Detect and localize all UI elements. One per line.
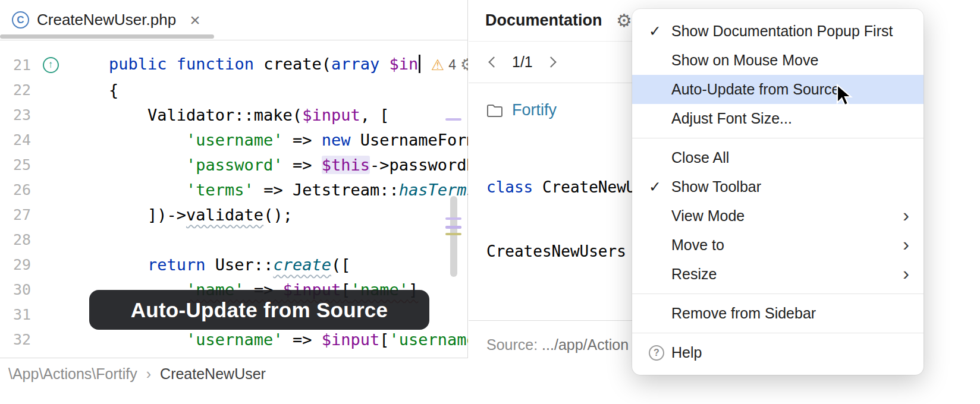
code-line[interactable]: 24 'username' => new UsernameFormat xyxy=(0,127,468,152)
tab-close-icon[interactable]: × xyxy=(190,11,200,29)
analysis-stripe-mark xyxy=(445,217,461,220)
submenu-arrow-icon: › xyxy=(903,264,909,285)
analysis-stripe-mark xyxy=(445,226,461,229)
source-path: .../app/Action xyxy=(538,336,629,353)
line-number[interactable]: 21 xyxy=(0,56,31,74)
documentation-panel: Documentation ⚙ 1/1 Fortify class Create… xyxy=(469,0,633,404)
menu-separator xyxy=(632,138,924,138)
editor-tab-bar: C CreateNewUser.php × xyxy=(0,0,467,40)
code-text: { xyxy=(70,81,118,99)
menu-item-close-all[interactable]: Close All xyxy=(632,143,924,172)
menu-item-label: Show on Mouse Move xyxy=(671,52,909,69)
code-line[interactable]: 32 'username' => $input['username'] xyxy=(0,327,468,352)
line-number[interactable]: 27 xyxy=(0,206,31,223)
menu-item-label: View Mode xyxy=(671,207,903,225)
line-number[interactable]: 29 xyxy=(0,256,31,273)
breadcrumb-current[interactable]: CreateNewUser xyxy=(160,365,266,383)
source-label: Source: xyxy=(486,336,538,353)
line-number[interactable]: 31 xyxy=(0,306,31,323)
line-number[interactable]: 26 xyxy=(0,181,31,198)
editor-scrollbar-thumb[interactable] xyxy=(450,196,457,277)
analysis-stripe-mark xyxy=(445,233,461,235)
line-number[interactable]: 30 xyxy=(0,281,31,298)
line-number[interactable]: 24 xyxy=(0,131,31,149)
code-line[interactable]: 26 'terms' => Jetstream::hasTermsAn xyxy=(0,177,468,202)
menu-item-label: Resize xyxy=(671,266,903,283)
breadcrumb-separator-icon: › xyxy=(146,365,151,383)
override-gutter-icon[interactable]: ↑ xyxy=(31,57,70,73)
documentation-gear-icon[interactable]: ⚙ xyxy=(616,10,632,31)
code-line[interactable]: 23 Validator::make($input, [ xyxy=(0,102,468,127)
prev-page-icon[interactable] xyxy=(488,56,499,67)
code-line[interactable]: 25 'password' => $this->passwordRul xyxy=(0,152,468,177)
folder-icon xyxy=(486,103,503,118)
documentation-toolbar: 1/1 xyxy=(469,42,633,83)
code-line[interactable]: 22 { xyxy=(0,77,468,102)
next-page-icon[interactable] xyxy=(545,56,556,67)
breadcrumb: \App\Actions\Fortify › CreateNewUser xyxy=(0,358,468,404)
menu-item-label: Move to xyxy=(671,236,903,254)
code-line[interactable]: 21↑ public function create(array $in⚠4⚙; xyxy=(0,52,468,77)
line-number[interactable]: 25 xyxy=(0,156,31,173)
line-number[interactable]: 32 xyxy=(0,331,31,348)
checkmark-icon: ✓ xyxy=(649,23,671,40)
code-text: return User::create([ xyxy=(70,255,350,274)
help-icon: ? xyxy=(649,345,671,361)
line-number[interactable]: 28 xyxy=(0,231,31,248)
code-text: ])->validate(); xyxy=(70,206,293,224)
menu-item-move-to[interactable]: Move to› xyxy=(632,231,924,260)
code-text: 'username' => $input['username'] xyxy=(70,330,468,349)
namespace-row: Fortify xyxy=(469,83,633,119)
code-text: 'username' => new UsernameFormat xyxy=(70,131,468,149)
menu-item-adjust-font-size[interactable]: Adjust Font Size... xyxy=(632,104,924,133)
tab-title: CreateNewUser.php xyxy=(37,11,176,29)
inspection-widget[interactable]: ⚠4⚙ xyxy=(431,57,468,73)
code-line[interactable]: 27 ])->validate(); xyxy=(0,202,468,227)
menu-item-label: Auto-Update from Source xyxy=(671,81,909,98)
class-declaration: class CreateNewUs CreatesNewUsers xyxy=(469,119,633,305)
menu-item-label: Close All xyxy=(671,149,909,166)
up-arrow-icon: ↑ xyxy=(43,57,59,73)
menu-separator xyxy=(632,333,924,333)
analysis-stripe-mark xyxy=(445,118,461,121)
menu-item-label: Show Toolbar xyxy=(671,178,909,195)
submenu-arrow-icon: › xyxy=(903,206,909,227)
line-number[interactable]: 23 xyxy=(0,106,31,124)
menu-item-show-documentation-popup-first[interactable]: ✓Show Documentation Popup First xyxy=(632,17,924,46)
code-line[interactable]: 29 return User::create([ xyxy=(0,252,468,277)
breadcrumb-path[interactable]: \App\Actions\Fortify xyxy=(8,365,137,383)
menu-item-resize[interactable]: Resize› xyxy=(632,260,924,289)
code-text: 'password' => $this->passwordRul xyxy=(70,156,468,174)
menu-item-help[interactable]: ?Help xyxy=(632,338,924,367)
inspection-settings-gear-icon[interactable]: ⚙ xyxy=(460,57,468,73)
code-line[interactable]: 28 xyxy=(0,227,468,252)
warning-icon: ⚠ xyxy=(431,58,444,72)
class-name: CreateNewUs xyxy=(533,178,645,196)
text-caret xyxy=(419,55,420,73)
menu-item-auto-update-from-source[interactable]: Auto-Update from Source xyxy=(632,75,924,104)
documentation-header: Documentation ⚙ xyxy=(469,0,633,42)
tab-horizontal-scrollbar[interactable] xyxy=(0,34,214,39)
warning-count: 4 xyxy=(448,57,456,73)
menu-item-show-on-mouse-move[interactable]: Show on Mouse Move xyxy=(632,46,924,75)
php-class-icon: C xyxy=(12,11,29,29)
menu-item-label: Adjust Font Size... xyxy=(671,110,909,127)
menu-item-view-mode[interactable]: View Mode› xyxy=(632,201,924,231)
submenu-arrow-icon: › xyxy=(903,235,909,256)
line-number[interactable]: 22 xyxy=(0,81,31,99)
action-tooltip: Auto-Update from Source xyxy=(89,290,429,330)
ide-window: C CreateNewUser.php × 21↑ public functio… xyxy=(0,0,980,404)
checkmark-icon: ✓ xyxy=(649,178,671,195)
class-keyword: class xyxy=(486,178,533,196)
documentation-title: Documentation xyxy=(485,11,602,30)
menu-item-label: Show Documentation Popup First xyxy=(671,23,909,40)
menu-item-remove-from-sidebar[interactable]: Remove from Sidebar xyxy=(632,299,924,328)
namespace-link[interactable]: Fortify xyxy=(512,101,557,119)
menu-item-show-toolbar[interactable]: ✓Show Toolbar xyxy=(632,172,924,201)
menu-separator xyxy=(632,293,924,294)
pager-count: 1/1 xyxy=(512,53,533,71)
action-tooltip-text: Auto-Update from Source xyxy=(131,298,388,322)
code-text: 'terms' => Jetstream::hasTermsAn xyxy=(70,181,468,199)
mouse-cursor xyxy=(835,84,856,108)
tab-createnewuser-php[interactable]: C CreateNewUser.php × xyxy=(0,0,209,40)
